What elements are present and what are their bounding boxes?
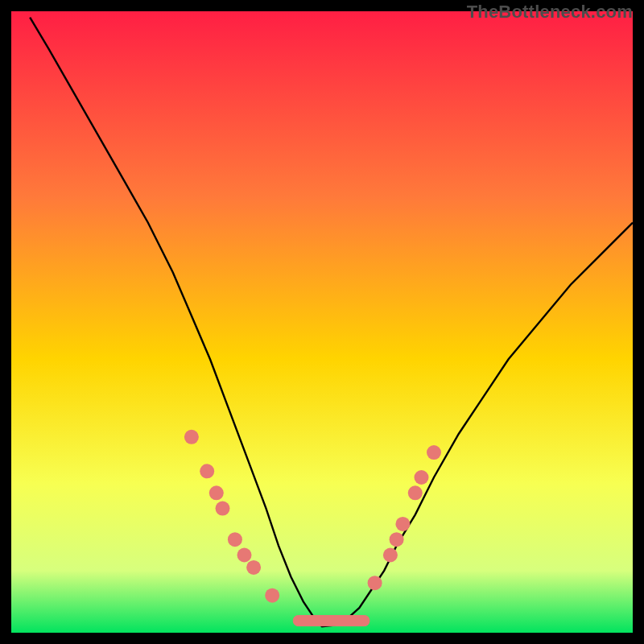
curve-marker	[408, 485, 423, 500]
curve-marker	[427, 445, 441, 460]
curve-marker	[200, 464, 214, 478]
curve-marker	[228, 532, 242, 547]
chart-svg	[11, 11, 633, 633]
curve-marker	[209, 485, 224, 500]
curve-marker	[265, 588, 279, 603]
curve-marker	[246, 560, 261, 575]
curve-marker	[216, 502, 230, 516]
chart-frame: TheBottleneck.com	[0, 0, 644, 644]
curve-marker	[390, 532, 404, 547]
curve-marker	[415, 470, 429, 485]
curve-marker	[383, 548, 398, 563]
plot-area	[11, 11, 633, 633]
curve-marker	[395, 517, 410, 531]
watermark-text: TheBottleneck.com	[467, 2, 633, 23]
curve-marker	[368, 576, 382, 590]
curve-marker	[184, 430, 199, 444]
curve-bottom-band	[293, 616, 369, 626]
curve-marker	[237, 548, 252, 563]
